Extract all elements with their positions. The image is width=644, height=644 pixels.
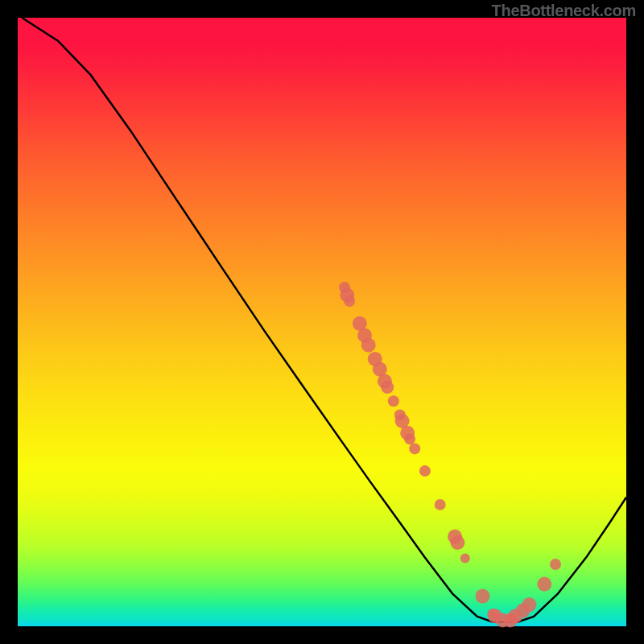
scatter-dot	[450, 535, 464, 550]
chart-container: TheBottleneck.com	[0, 0, 644, 644]
scatter-dot	[381, 381, 394, 394]
scatter-dot	[537, 577, 551, 592]
scatter-dot	[522, 597, 537, 612]
chart-curve	[22, 18, 626, 622]
scatter-dot	[404, 433, 415, 444]
x-axis	[18, 626, 630, 629]
attribution-text: TheBottleneck.com	[492, 2, 636, 20]
scatter-dot	[344, 295, 355, 307]
scatter-dot	[435, 499, 446, 510]
scatter-dots	[339, 282, 561, 628]
plot-svg	[18, 18, 626, 626]
scatter-dot	[550, 559, 561, 570]
scatter-dot	[476, 589, 490, 604]
scatter-dot	[419, 465, 431, 477]
scatter-dot	[361, 338, 376, 353]
scatter-dot	[409, 443, 420, 454]
scatter-dot	[460, 554, 470, 564]
scatter-dot	[388, 395, 399, 407]
